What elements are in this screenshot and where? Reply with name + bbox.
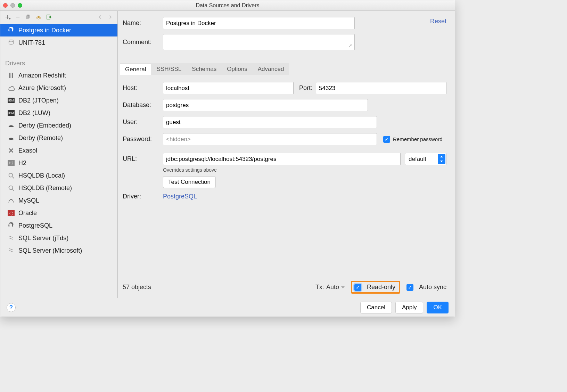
host-input[interactable] — [163, 82, 294, 94]
button-bar: ? Cancel Apply OK — [0, 298, 455, 317]
remember-password-checkbox[interactable]: ✓ — [383, 136, 390, 143]
database-label: Database: — [123, 101, 163, 109]
driver-item[interactable]: SQL Server (Microsoft) — [0, 244, 117, 257]
driver-item[interactable]: SQL Server (jTds) — [0, 232, 117, 244]
tab-bar: General SSH/SSL Schemas Options Advanced — [120, 63, 450, 75]
remember-password-label: Remember password — [393, 136, 443, 142]
ok-button[interactable]: OK — [427, 302, 449, 313]
hsqldb-icon — [7, 184, 15, 192]
chevron-down-icon — [341, 286, 345, 288]
driver-item[interactable]: IBMDB2 (LUW) — [0, 107, 117, 119]
help-button[interactable]: ? — [7, 303, 16, 312]
derby-icon — [7, 122, 15, 129]
driver-item[interactable]: Derby (Embedded) — [0, 119, 117, 132]
svg-rect-4 — [26, 15, 29, 19]
driver-item[interactable]: HSQLDB (Remote) — [0, 182, 117, 194]
comment-input[interactable]: ⤢ — [163, 34, 355, 50]
port-input[interactable] — [316, 82, 446, 94]
readonly-checkbox[interactable]: ✓ — [354, 284, 361, 291]
status-bar: 57 objects Tx: Auto ✓ Read-only ✓ Auto s… — [123, 281, 446, 294]
window-controls — [3, 3, 22, 8]
driver-link[interactable]: PostgreSQL — [163, 193, 197, 200]
host-label: Host: — [123, 84, 163, 92]
import-button[interactable] — [45, 13, 53, 21]
titlebar: Data Sources and Drivers — [0, 0, 455, 11]
zoom-window-button[interactable] — [18, 3, 22, 8]
url-input[interactable] — [163, 153, 401, 165]
reset-link[interactable]: Reset — [430, 18, 446, 25]
settings-icon[interactable] — [34, 13, 43, 21]
drivers-header: Drivers — [0, 60, 117, 69]
comment-label: Comment: — [123, 39, 163, 46]
driver-item[interactable]: PostgreSQL — [0, 219, 117, 232]
nav-forward-button[interactable] — [106, 13, 115, 21]
user-input[interactable] — [163, 116, 377, 128]
redshift-icon — [7, 72, 15, 79]
postgres-icon — [7, 26, 15, 34]
datasource-item[interactable]: Postgres in Docker — [0, 24, 117, 36]
minimize-window-button[interactable] — [10, 3, 15, 8]
exasol-icon — [7, 147, 15, 154]
tab-ssh-ssl[interactable]: SSH/SSL — [151, 63, 187, 75]
datasource-item[interactable]: UNIT-781 — [0, 36, 117, 49]
general-section: Host: Port: Database: User: Password: — [118, 75, 455, 205]
name-input[interactable] — [163, 17, 355, 29]
tab-options[interactable]: Options — [222, 63, 253, 75]
tab-general[interactable]: General — [120, 64, 151, 75]
tx-selector[interactable]: Tx: Auto — [315, 284, 345, 291]
sqlserver-icon — [7, 247, 15, 254]
drivers-list: Amazon Redshift Azure (Microsoft) IBMDB2… — [0, 69, 117, 257]
expand-icon[interactable]: ⤢ — [348, 43, 352, 48]
driver-label: Driver: — [123, 193, 163, 200]
datasource-label: UNIT-781 — [18, 39, 45, 47]
h2-icon: H2 — [7, 159, 15, 167]
password-input[interactable] — [163, 133, 377, 145]
dialog-window: Data Sources and Drivers ▾ — [0, 0, 455, 317]
server-icon — [7, 39, 15, 47]
cancel-button[interactable]: Cancel — [360, 302, 392, 313]
db2-icon: IBM — [7, 97, 15, 104]
readonly-highlight: ✓ Read-only — [351, 281, 400, 294]
url-label: URL: — [123, 155, 163, 163]
test-connection-button[interactable]: Test Connection — [163, 176, 216, 188]
readonly-label: Read-only — [367, 284, 395, 291]
url-helper-text: Overrides settings above — [163, 167, 446, 173]
driver-item[interactable]: H2H2 — [0, 157, 117, 169]
driver-item[interactable]: Exasol — [0, 144, 117, 157]
svg-point-6 — [9, 40, 14, 42]
driver-item[interactable]: IBMDB2 (JTOpen) — [0, 94, 117, 107]
database-input[interactable] — [163, 99, 368, 111]
objects-count: 57 objects — [123, 284, 151, 291]
user-label: User: — [123, 119, 163, 126]
autosync-wrap: ✓ Auto sync — [406, 284, 446, 291]
derby-icon — [7, 134, 15, 142]
driver-item[interactable]: Amazon Redshift — [0, 69, 117, 82]
driver-item[interactable]: MySQL — [0, 194, 117, 207]
driver-item[interactable]: ◯Oracle — [0, 207, 117, 219]
driver-item[interactable]: Derby (Remote) — [0, 132, 117, 144]
port-label: Port: — [299, 84, 312, 92]
nav-back-button[interactable] — [96, 13, 104, 21]
svg-point-10 — [9, 186, 13, 190]
name-label: Name: — [123, 19, 163, 27]
svg-rect-8 — [12, 73, 13, 78]
remove-button[interactable] — [14, 13, 22, 21]
driver-item[interactable]: HSQLDB (Local) — [0, 169, 117, 182]
close-window-button[interactable] — [3, 3, 8, 8]
azure-icon — [7, 84, 15, 92]
apply-button[interactable]: Apply — [395, 302, 424, 313]
autosync-checkbox[interactable]: ✓ — [406, 284, 413, 291]
url-mode-select[interactable]: default — [405, 153, 446, 165]
driver-item[interactable]: Azure (Microsoft) — [0, 82, 117, 94]
sidebar-toolbar: ▾ — [0, 11, 117, 23]
tab-advanced[interactable]: Advanced — [253, 63, 289, 75]
svg-point-9 — [9, 173, 13, 177]
duplicate-button[interactable] — [24, 13, 32, 21]
add-button[interactable]: ▾ — [3, 13, 11, 21]
divider — [5, 56, 113, 56]
oracle-icon: ◯ — [7, 209, 15, 217]
window-title: Data Sources and Drivers — [0, 2, 455, 9]
tab-schemas[interactable]: Schemas — [187, 63, 222, 75]
sidebar: ▾ — [0, 11, 118, 317]
svg-rect-7 — [9, 73, 11, 78]
